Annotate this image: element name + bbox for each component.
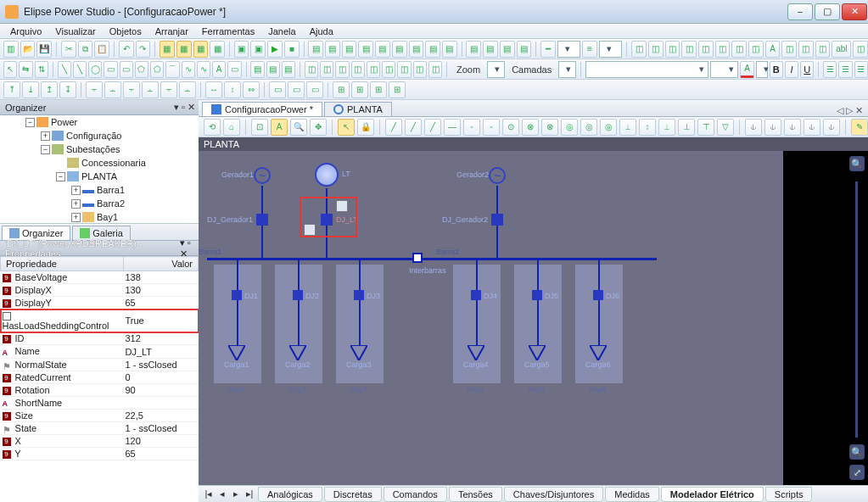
play-icon[interactable]: ▶ <box>267 41 283 58</box>
t2-1[interactable]: ⇆ <box>19 61 32 78</box>
view2-icon[interactable]: ▦ <box>176 41 192 58</box>
zoom-combo[interactable]: ▾ <box>487 61 505 78</box>
zoom-fit-icon[interactable]: ⤢ <box>849 465 865 480</box>
gerador1-node[interactable]: Gerador1 <box>254 167 271 184</box>
dt-home-icon[interactable]: ⌂ <box>223 119 240 136</box>
tb-2[interactable]: ▤ <box>325 41 340 58</box>
btab-tensoes[interactable]: Tensões <box>449 487 502 502</box>
tree-barra2[interactable]: Barra2 <box>97 198 125 209</box>
dt-e8[interactable]: ⊗ <box>522 119 539 136</box>
prop-row-normalstate[interactable]: ⚑ NormalState1 - ssClosed <box>1 358 199 371</box>
view1-icon[interactable]: ▦ <box>160 41 175 58</box>
t2-25[interactable]: ◫ <box>413 61 427 78</box>
minimize-button[interactable]: − <box>787 3 813 20</box>
t2-9[interactable]: ⬠ <box>150 61 164 78</box>
t3-14[interactable]: ▭ <box>269 81 286 98</box>
dt-e7[interactable]: ⊙ <box>502 119 519 136</box>
dt-fit-icon[interactable]: ✥ <box>310 119 327 136</box>
t2-13[interactable]: A <box>212 61 226 78</box>
t2-16[interactable]: ▤ <box>266 61 280 78</box>
maximize-button[interactable]: ▢ <box>815 3 840 20</box>
t3-12[interactable]: ↕ <box>224 81 241 98</box>
dt-find-icon[interactable]: 🔍 <box>290 119 307 136</box>
t2-24[interactable]: ◫ <box>397 61 411 78</box>
tb-11[interactable]: ▤ <box>483 41 498 58</box>
menu-arquivo[interactable]: Arquivo <box>3 25 48 37</box>
shape-8[interactable]: ◫ <box>748 41 764 58</box>
view3-icon[interactable]: ▦ <box>193 41 209 58</box>
prop-row-size[interactable]: 9 Size22,5 <box>1 409 199 421</box>
bold-icon[interactable]: B <box>770 61 783 78</box>
tree-power[interactable]: Power <box>51 117 77 127</box>
dt-e4[interactable]: — <box>444 119 461 136</box>
tree-subestacoes[interactable]: Subestações <box>66 144 120 154</box>
interbarras-node[interactable] <box>412 253 423 263</box>
italic-icon[interactable]: I <box>785 61 798 78</box>
tb-4[interactable]: ▤ <box>358 41 373 58</box>
bt-prev-icon[interactable]: ◂ <box>216 488 229 499</box>
dt-e22[interactable]: ⫝ <box>804 119 820 136</box>
organizer-tree[interactable]: −Power +Configuração −Subestações Conces… <box>0 115 199 224</box>
bt-last-icon[interactable]: ▸| <box>243 488 256 499</box>
t3-1[interactable]: ⤒ <box>3 81 20 98</box>
dt-e20[interactable]: ⫝ <box>764 119 781 136</box>
t3-10[interactable]: ⫠ <box>179 81 196 98</box>
dt-e18[interactable]: ▽ <box>717 119 734 136</box>
dj3-breaker[interactable] <box>354 290 364 300</box>
dt-pointer-icon[interactable]: ↖ <box>338 119 355 136</box>
tree-concessionaria[interactable]: Concessionaria <box>81 158 146 168</box>
t2-8[interactable]: ⬠ <box>135 61 148 78</box>
t2-14[interactable]: ▭ <box>227 61 241 78</box>
undo-icon[interactable]: ↶ <box>119 41 134 58</box>
text-icon[interactable]: A <box>765 41 781 58</box>
tree-barra1[interactable]: Barra1 <box>97 185 125 195</box>
shape-3[interactable]: ◫ <box>665 41 680 58</box>
bus-line[interactable] <box>207 258 657 260</box>
t2-7[interactable]: ▭ <box>120 61 133 78</box>
stop-icon[interactable]: ■ <box>284 41 300 58</box>
t3-7[interactable]: ⫟ <box>123 81 140 98</box>
doc-tab-config[interactable]: ConfiguracaoPower * <box>202 102 322 116</box>
fontcolor-combo[interactable]: ▾ <box>756 61 768 78</box>
zoom-slider[interactable] <box>855 181 858 438</box>
tb-9[interactable]: ▤ <box>442 41 457 58</box>
dj4-breaker[interactable] <box>471 290 481 300</box>
diagram-canvas[interactable]: PLANTA Gerador1 Gerador2 LT DJ_Gerador1 … <box>199 137 868 485</box>
dt-e24[interactable]: ✎ <box>851 119 868 136</box>
t2-10[interactable]: ⌒ <box>165 61 179 78</box>
carga6-load[interactable] <box>590 345 607 360</box>
view4-icon[interactable]: ▦ <box>210 41 225 58</box>
t3-9[interactable]: ⫟ <box>160 81 177 98</box>
btab-analogicas[interactable]: Analógicas <box>258 487 322 502</box>
align-right-icon[interactable]: ☰ <box>854 61 868 78</box>
tool-a-icon[interactable]: ▣ <box>234 41 249 58</box>
prop-row-x[interactable]: 9 X120 <box>1 435 199 448</box>
tb-1[interactable]: ▤ <box>308 41 323 58</box>
dt-2[interactable]: ⊡ <box>251 119 268 136</box>
dt-e3[interactable]: ╱ <box>424 119 441 136</box>
dt-text-icon[interactable]: A <box>271 119 288 136</box>
t3-15[interactable]: ▭ <box>288 81 305 98</box>
sel-handle-2-icon[interactable] <box>304 224 316 236</box>
tb-8[interactable]: ▤ <box>425 41 440 58</box>
align-left-icon[interactable]: ☰ <box>823 61 837 78</box>
line-weight-combo[interactable]: ▾ <box>599 41 622 58</box>
tool-b-icon[interactable]: ▣ <box>250 41 266 58</box>
dt-e2[interactable]: ╱ <box>405 119 422 136</box>
prop-row-basevoltage[interactable]: 9 BaseVoltage138 <box>1 271 199 284</box>
dt-back-icon[interactable]: ⟲ <box>204 119 221 136</box>
dt-e14[interactable]: ↕ <box>639 119 656 136</box>
t2-22[interactable]: ◫ <box>367 61 380 78</box>
size-combo[interactable]: ▾ <box>710 61 739 78</box>
tb-5[interactable]: ▤ <box>375 41 390 58</box>
dt-e16[interactable]: ⊥ <box>678 119 695 136</box>
prop-row-id[interactable]: 9 ID312 <box>1 332 199 345</box>
shape-1[interactable]: ◫ <box>631 41 647 58</box>
doc-nav-left-icon[interactable]: ◁ <box>837 105 843 116</box>
align-center-icon[interactable]: ☰ <box>838 61 852 78</box>
zoom-out-icon[interactable]: 🔍 <box>849 444 865 460</box>
t2-4[interactable]: ╲ <box>73 61 87 78</box>
redo-icon[interactable]: ↷ <box>136 41 151 58</box>
btab-modelador[interactable]: Modelador Elétrico <box>661 487 764 502</box>
font-combo[interactable]: ▾ <box>585 61 708 78</box>
